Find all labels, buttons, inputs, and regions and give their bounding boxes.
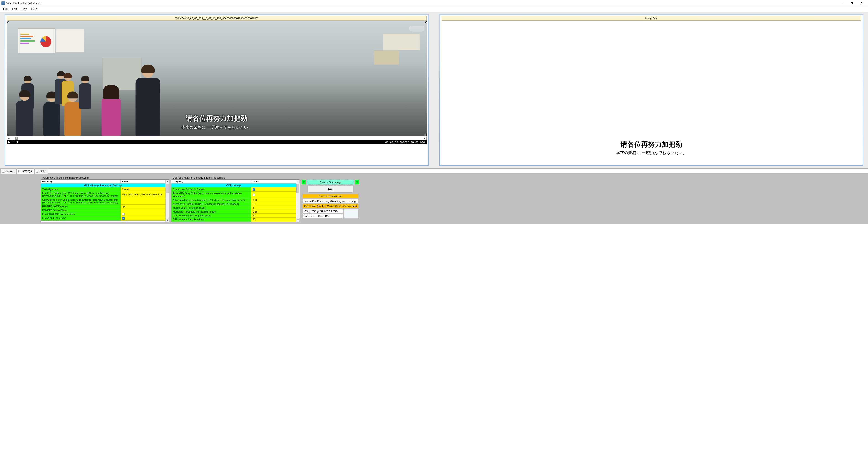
scroll-down-icon[interactable]: ▼: [296, 218, 300, 222]
table-row[interactable]: Number Of Parallel Tasks (For Create Cle…: [172, 202, 296, 206]
menu-play[interactable]: Play: [19, 7, 29, 11]
stop-button[interactable]: [16, 141, 20, 144]
table-section-header: Global Image Processing Settings: [41, 184, 165, 188]
cleared-text-image-label: Cleared Text Image: [307, 180, 354, 185]
ocr-panel: OCR and Multiframe Image Stream Processi…: [171, 176, 300, 222]
video-stage[interactable]: 请各位再努力加把劲 本来の業務に 一層励んでもらいたい。 ✕ ✕ ✕ ✕: [7, 22, 427, 136]
seek-step-right-icon[interactable]: ▸: [423, 137, 426, 140]
value-cell[interactable]: Center: [121, 188, 165, 191]
table-row[interactable]: Extend By Grey Color (try to use in case…: [172, 192, 296, 198]
menu-help[interactable]: Help: [29, 7, 39, 11]
tab-settings[interactable]: Settings: [17, 169, 34, 173]
value-checkbox[interactable]: [253, 188, 255, 191]
property-cell: Moderate Threshold For Scaled Image:: [172, 210, 251, 214]
ipp-col-value: Value: [121, 180, 165, 184]
value-checkbox[interactable]: [122, 217, 125, 220]
settings-file-path[interactable]: der-src/Build/Release_x64/settings/gener…: [303, 199, 358, 203]
table-row[interactable]: Moderate Threshold For Scaled Image:0.25: [172, 210, 296, 214]
scroll-down-icon[interactable]: ▼: [166, 218, 169, 222]
scroll-up-icon[interactable]: ▲: [166, 180, 169, 184]
seek-track[interactable]: [11, 137, 423, 140]
table-row[interactable]: FFMPEG HW Devicescpu: [41, 205, 165, 208]
prev-cleared-image-button[interactable]: ↶: [302, 180, 306, 185]
table-row[interactable]: Use Outline Filter Colors (Use 'Ctrl+Ent…: [41, 198, 165, 205]
crop-mark-top-right[interactable]: ✕: [424, 22, 427, 24]
image-box-stage[interactable]: 请各位再努力加把劲 本来の業務に 一層励んでもらいたい。: [442, 22, 861, 164]
property-cell: Allow Min Luminance (used only if "Exten…: [172, 198, 251, 202]
value-cell[interactable]: [251, 192, 296, 198]
maximize-button[interactable]: [846, 0, 857, 6]
value-cell[interactable]: [121, 208, 165, 212]
table-row[interactable]: CPU kmeans initial loop iterations:20: [172, 214, 296, 218]
seek-thumb[interactable]: [15, 137, 18, 140]
property-cell: Image Scale For Clear Image:: [172, 206, 251, 210]
value-cell[interactable]: [121, 212, 165, 217]
value-cell[interactable]: -1: [251, 202, 296, 206]
table-row[interactable]: Use CUDA GPU Acceleration: [41, 212, 165, 217]
close-button[interactable]: [857, 0, 868, 6]
menu-edit[interactable]: Edit: [10, 7, 19, 11]
seek-step-left-icon[interactable]: ◂: [7, 137, 11, 140]
value-cell[interactable]: [121, 198, 165, 205]
table-row[interactable]: Text AlignmentCenter: [41, 188, 165, 191]
svg-rect-5: [12, 141, 13, 143]
frame-whiteboard: [18, 28, 55, 53]
ipp-scrollbar[interactable]: ▲ ▼: [165, 180, 169, 222]
crop-mark-top-left[interactable]: ✕: [7, 22, 9, 24]
rgb-value[interactable]: RGB: r:241 g:248 b:252 L:246: [303, 209, 343, 213]
property-cell: Use Filter Colors (Use 'Ctrl+Enter' for …: [41, 191, 121, 198]
image-box-title: Image Box: [442, 16, 861, 21]
minimize-button[interactable]: [836, 0, 846, 6]
ipp-title: Parameters Influencing Image Processing: [41, 176, 169, 179]
value-cell[interactable]: 0.25: [251, 210, 296, 214]
property-cell: FFMPEG Video Filters: [41, 208, 121, 212]
value-checkbox[interactable]: [253, 193, 255, 196]
table-row[interactable]: Use OCL In OpenCV: [41, 217, 165, 221]
title-bar: VideoSubFinder 5.40 Version: [0, 0, 868, 6]
page-icon: [19, 170, 21, 172]
value-cell[interactable]: [121, 217, 165, 221]
value-cell[interactable]: 20: [251, 214, 296, 218]
main-area: VideoBox "0_02_09_095__0_02_11_730_00000…: [0, 12, 868, 169]
next-cleared-image-button[interactable]: ↷: [355, 180, 359, 185]
scroll-thumb[interactable]: [297, 184, 300, 193]
value-cell[interactable]: [251, 188, 296, 192]
value-cell[interactable]: 20: [251, 222, 296, 222]
value-cell[interactable]: cpu: [121, 205, 165, 208]
table-row[interactable]: FFMPEG Video Filters: [41, 208, 165, 212]
tabstrip: Search Settings OCR: [0, 169, 868, 173]
table-row[interactable]: Use Filter Colors (Use 'Ctrl+Enter' for …: [41, 191, 165, 198]
crop-mark-bottom-left[interactable]: ✕: [7, 133, 9, 136]
lab-value[interactable]: Lab: l:248 a:126 b:125: [303, 214, 343, 218]
ocr-table-header: Property Value: [172, 180, 296, 184]
video-subtitle-cn: 请各位再努力加把劲: [7, 114, 427, 123]
table-row[interactable]: Allow Min Luminance (used only if "Exten…: [172, 198, 296, 202]
pause-button[interactable]: [12, 141, 15, 144]
tab-search[interactable]: Search: [0, 169, 17, 173]
property-cell: Extend By Grey Color (try to use in case…: [172, 192, 251, 198]
play-button[interactable]: [7, 141, 11, 144]
value-cell[interactable]: 4: [251, 206, 296, 210]
value-cell[interactable]: Lab: l:180-255 a:108-148 b:108-148: [121, 191, 165, 198]
value-checkbox[interactable]: [122, 213, 125, 216]
ocr-scrollbar[interactable]: ▲ ▼: [296, 180, 300, 222]
property-cell: Use OCL In OpenCV: [41, 217, 121, 221]
scroll-thumb[interactable]: [166, 184, 169, 193]
value-cell[interactable]: 30: [251, 218, 296, 222]
ocr-title: OCR and Multiframe Image Stream Processi…: [171, 176, 300, 179]
transport-bar: 00:00:00,000/00:00:00,000: [7, 140, 427, 144]
value-cell[interactable]: 180: [251, 198, 296, 202]
ocr-col-value: Value: [251, 180, 296, 184]
table-row[interactable]: Image Scale For Clear Image:4: [172, 206, 296, 210]
tab-ocr[interactable]: OCR: [34, 169, 48, 173]
test-button[interactable]: Test: [308, 186, 353, 193]
table-row[interactable]: Characters Border Is Darker: [172, 188, 296, 192]
table-row[interactable]: CUDA kmeans initial loop iterations:20: [172, 222, 296, 222]
table-row[interactable]: CPU kmeans loop iterations:30: [172, 218, 296, 222]
property-cell: CUDA kmeans initial loop iterations:: [172, 222, 251, 222]
crop-mark-bottom-right[interactable]: ✕: [424, 133, 427, 136]
scroll-up-icon[interactable]: ▲: [296, 180, 300, 184]
menu-file[interactable]: File: [1, 7, 10, 11]
tab-label: OCR: [39, 170, 45, 173]
seek-bar[interactable]: ◂ ▸: [7, 137, 427, 140]
